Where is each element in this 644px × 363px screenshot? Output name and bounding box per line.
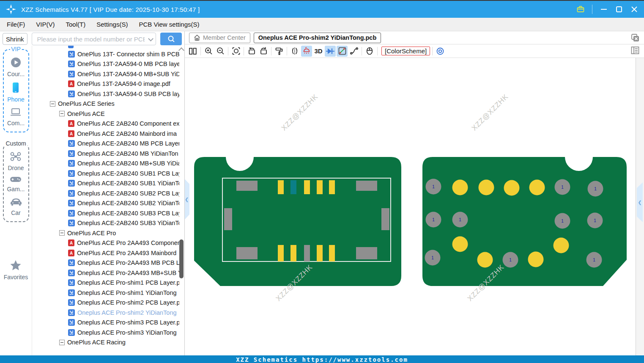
tree-file-row[interactable]: Oneplus ACE Pro-shim1 YiDianTong [32, 288, 179, 298]
zoom-in-button[interactable] [203, 46, 214, 57]
tree-file-row[interactable]: Oneplus ACE Pro-2AA493 MB PCB L [32, 258, 179, 268]
tree-group-row[interactable]: OnePlus ACE Racing [32, 338, 179, 348]
split-view-button[interactable] [187, 46, 198, 57]
close-all-tabs-icon[interactable] [631, 33, 640, 42]
curve-route-button[interactable] [348, 46, 359, 57]
tree-file-row[interactable]: Oneplus ACE-2AB240 SUB2 PCB Laye [32, 188, 179, 198]
tree-file-row[interactable]: OnePlus 13T-2AA594-0 MB+SUB YiD [32, 69, 179, 79]
diode-mode-button[interactable] [325, 46, 336, 57]
sidebar-item-course[interactable]: Cour... [7, 57, 25, 77]
tree-file-row[interactable]: AOnePlus ACE 2AB240 Mainbord ima [32, 129, 179, 139]
tab-member-center[interactable]: Member Center [189, 33, 250, 43]
sidebar-item-car[interactable]: Car [10, 197, 22, 216]
menu-settings[interactable]: Settings(S) [96, 21, 128, 28]
tree-file-row[interactable]: AOnePlus ACE Pro 2AA493 Componen [32, 238, 179, 248]
sidebar-item-favorites[interactable]: Favorites [4, 259, 28, 280]
tree-item-label: OnePlus ACE Pro 2AA493 Componen [77, 239, 179, 246]
tree-item-label: OnePlus ACE Pro [67, 230, 116, 236]
minimize-button[interactable] [597, 4, 610, 15]
tree-file-row[interactable]: Oneplus ACE-2AB240 MB+SUB YiDia [32, 159, 179, 169]
watermark: XZZ@XZZHK [470, 93, 510, 133]
paint-roller-button[interactable] [274, 46, 285, 57]
tree-group-row[interactable]: OnePlus ACE Series [32, 99, 179, 109]
zoom-out-button[interactable] [215, 46, 226, 57]
rotate-right-button[interactable] [258, 46, 269, 57]
tree-file-row[interactable]: Oneplus ACE-2AB240 SUB2 YiDianTo [32, 198, 179, 209]
tree-file-row[interactable]: Oneplus ACE Pro-shim1 PCB Layer.p [32, 278, 179, 288]
expand-right-panel-handle[interactable]: ❮ [637, 182, 643, 222]
fit-view-button[interactable] [230, 46, 241, 57]
vip-sidebar: VIP Cour... [0, 46, 32, 355]
shrink-button[interactable]: Shrink [3, 33, 27, 45]
tree-item-label: OnePlus ACE [67, 110, 105, 117]
close-button[interactable] [628, 4, 641, 15]
tree-file-row[interactable]: Oneplus ACE Pro-shim2 PCB Layer.p [32, 298, 179, 308]
menu-file[interactable]: File(F) [7, 21, 25, 28]
tree-file-row[interactable]: OnePlus 13T- Connector shim B PCB [32, 49, 179, 59]
pcb-board-right[interactable]: 1111111111 [422, 157, 627, 286]
tree-file-row[interactable]: Oneplus ACE Pro-shim3 YiDianTong [32, 327, 179, 338]
gamepad-icon [9, 176, 22, 185]
tab-document[interactable]: Oneplus ACE Pro-shim2 YiDianTong.pcb [254, 33, 381, 43]
tree-item-label: Oneplus ACE-2AB240 SUB1 YiDianTo [77, 180, 179, 187]
eye-target-button[interactable] [435, 46, 446, 57]
tree-file-row[interactable]: Oneplus ACE-2AB240 SUB3 PCB Laye [32, 208, 179, 218]
mouse-mode-button[interactable] [364, 46, 375, 57]
svg-text:1: 1 [561, 219, 564, 223]
mirror-flip-button[interactable] [289, 46, 300, 57]
tree-file-row[interactable]: AOnePlus ACE 2AB240 Component ex [32, 119, 179, 129]
tree-item-label: Oneplus ACE Pro-shim3 PCB Layer.p [77, 319, 179, 326]
pdf-file-icon: A [68, 250, 74, 256]
tree-item-label: OnePlus ACE 2AB240 Component ex [77, 120, 179, 127]
svg-text:1: 1 [509, 258, 512, 262]
tree-file-row[interactable]: AOnePlus 13T-2AA594-0 image.pdf [32, 79, 179, 89]
pcb-file-icon [68, 91, 75, 97]
menu-pcb-view-settings[interactable]: PCB View settings(S) [139, 21, 199, 28]
light-toggle-button[interactable] [301, 46, 312, 57]
sidebar-item-game[interactable]: Gam... [7, 176, 25, 192]
view-3d-button[interactable]: 3D [313, 46, 324, 57]
tree-file-row[interactable]: Oneplus ACE Pro-shim3 PCB Layer.p [32, 318, 179, 328]
tree-file-row[interactable]: Oneplus ACE-2AB240 MB YiDianTon [32, 148, 179, 159]
measure-button[interactable] [337, 46, 348, 57]
rotate-left-button[interactable] [246, 46, 257, 57]
pcb-toolbar: 3D [185, 44, 644, 58]
tree-file-row[interactable]: Oneplus ACE-2AB240 MB PCB Layer. [32, 139, 179, 149]
maximize-button[interactable] [613, 4, 625, 15]
scrollbar-thumb[interactable] [179, 239, 184, 278]
tree-scrollbar[interactable] [179, 46, 184, 355]
tree-group-row[interactable]: OnePlus ACE Pro [32, 228, 179, 238]
pcb-file-icon [68, 160, 75, 167]
collapse-left-panel-handle[interactable]: ❮ [185, 178, 189, 220]
tree-file-row[interactable]: Oneplus ACE-2AB240 SUB1 PCB Laye [32, 168, 179, 179]
fit-view-icon [232, 47, 241, 55]
license-briefcase-icon[interactable] [574, 4, 587, 15]
tree-file-row[interactable]: OnePlus 13T-3AA594-0 SUB PCB lay [32, 89, 179, 99]
pcb-file-icon [68, 140, 75, 147]
tree-file-row[interactable]: OnePlus 13T-2AA594-0 MB PCB laye [32, 59, 179, 69]
tree-group-row[interactable]: OnePlus ACE [32, 109, 179, 119]
search-button[interactable] [160, 33, 182, 45]
pcb-file-icon [68, 190, 75, 197]
tree-file-row[interactable]: Oneplus ACE Pro-shim2 YiDianTong [32, 308, 179, 318]
app-window: XZZ Schematics V4.77 [ VIP Due date: 202… [0, 0, 644, 363]
sidebar-item-computer[interactable]: Com... [7, 107, 25, 126]
search-icon [167, 35, 175, 43]
menu-vip[interactable]: VIP(V) [36, 21, 55, 28]
menu-tool[interactable]: Tool(T) [66, 21, 86, 28]
svg-text:A: A [70, 132, 73, 136]
pcb-board-left[interactable] [194, 157, 401, 286]
sidebar-item-drone[interactable]: Drone [8, 151, 24, 171]
scroll-up-icon[interactable] [178, 47, 184, 53]
tree-file-row[interactable]: AOnePlus ACE Pro 2AA493 Mainbord [32, 248, 179, 258]
tree-file-row[interactable]: Oneplus ACE-2AB240 SUB1 YiDianTo [32, 179, 179, 189]
tree-file-row[interactable]: Oneplus ACE Pro-2AA493 MB+SUB Y [32, 268, 179, 278]
search-input[interactable] [36, 35, 146, 43]
pcb-canvas[interactable]: ❮ 1111111111 XZZ@XZZHKXZZ@XZZHKXZZ@XZZHK… [185, 58, 636, 355]
tree-file-row[interactable]: Oneplus ACE-2AB240 SUB3 YiDianTo [32, 218, 179, 228]
color-scheme-button[interactable]: [ColorScheme] [381, 47, 430, 55]
panel-toggle-button[interactable] [630, 46, 640, 57]
curve-icon [350, 47, 359, 55]
sidebar-item-phone[interactable]: Phone [7, 82, 24, 103]
chevron-down-icon[interactable] [148, 36, 153, 41]
